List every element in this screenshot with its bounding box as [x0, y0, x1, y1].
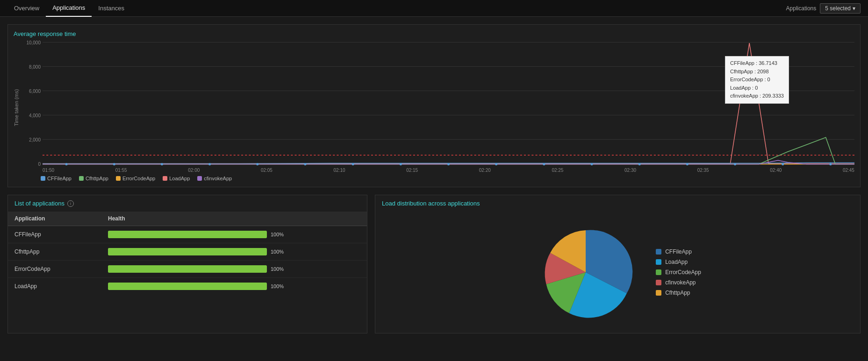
app-list-panel: List of applications i Application Healt…	[7, 195, 367, 333]
pie-legend-label-cfinvokeapp: cfinvokeApp	[665, 279, 696, 286]
app-list-header: List of applications i	[8, 195, 367, 212]
health-bar-bg	[108, 283, 267, 290]
pie-legend-item-errorcodeapp: ErrorCodeApp	[656, 269, 701, 276]
load-dist-panel: Load distribution across applications	[375, 195, 861, 333]
x-tick-0235: 02:35	[697, 168, 709, 173]
nav-right-label: Applications	[786, 5, 817, 12]
health-bar-container: 100%	[108, 283, 360, 290]
health-bar-bg	[108, 265, 267, 273]
x-tick-0200: 02:00	[188, 168, 200, 173]
x-tick-0220: 02:20	[479, 168, 491, 173]
pie-legend-dot-cfhttpapp	[656, 290, 661, 296]
health-bar-container: 100%	[108, 231, 360, 238]
x-tick-0150: 01:50	[43, 168, 54, 173]
pie-legend-item-cfinvokeapp: cfinvokeApp	[656, 279, 701, 286]
health-pct: 100%	[271, 232, 287, 237]
legend-dot-errorcodeapp	[116, 176, 121, 181]
pie-legend-item-cfhttpapp: CfhttpApp	[656, 290, 701, 296]
svg-point-3	[161, 163, 163, 165]
legend-item-cfinvokeapp: cfinvokeApp	[197, 176, 232, 181]
health-bar-fill	[108, 265, 267, 273]
pie-legend-dot-loadapp	[656, 259, 661, 265]
tooltip-line-4: LoadApp : 0	[730, 84, 784, 92]
legend-dot-cfinvokeapp	[197, 176, 202, 181]
info-icon: i	[67, 200, 74, 207]
health-pct: 100%	[271, 283, 287, 289]
table-row: ErrorCodeApp 100%	[8, 261, 367, 278]
pie-legend-dot-errorcodeapp	[656, 269, 661, 275]
app-name-cell: CfhttpApp	[8, 243, 101, 261]
y-tick-0: 0	[38, 162, 41, 167]
health-cell: 100%	[101, 226, 367, 243]
y-axis-label: Time taken (ms)	[14, 42, 22, 173]
svg-point-1	[65, 163, 68, 165]
table-row: CFFileApp 100%	[8, 226, 367, 243]
legend-dot-loadapp	[163, 176, 167, 181]
x-tick-0245: 02:45	[843, 168, 854, 173]
app-name-cell: CFFileApp	[8, 226, 101, 243]
load-dist-title: Load distribution across applications	[382, 200, 480, 207]
pie-chart-svg	[534, 221, 637, 324]
svg-point-5	[256, 163, 258, 165]
y-tick-6000: 6,000	[29, 89, 41, 94]
health-bar-container: 100%	[108, 248, 360, 255]
chart-tooltip: CFFileApp : 36.7143 CfhttpApp : 2098 Err…	[725, 56, 789, 104]
x-tick-0210: 02:10	[334, 168, 345, 173]
health-pct: 100%	[271, 266, 287, 272]
health-bar-bg	[108, 248, 267, 255]
nav-instances[interactable]: Instances	[92, 0, 131, 17]
selected-dropdown-button[interactable]: 5 selected ▾	[820, 3, 861, 14]
chart-area: Time taken (ms) 10,000 8,000 6,000 4,000…	[14, 42, 854, 173]
svg-point-9	[447, 163, 450, 165]
tooltip-line-3: ErrorCodeApp : 0	[730, 76, 784, 84]
legend-item-loadapp: LoadApp	[163, 176, 190, 181]
selected-count-label: 5 selected	[825, 5, 851, 12]
svg-point-8	[400, 163, 402, 165]
load-dist-header: Load distribution across applications	[375, 195, 860, 212]
pie-legend-label-loadapp: LoadApp	[665, 259, 688, 265]
table-header-row: Application Health	[8, 212, 367, 226]
legend-dot-cffileapp	[41, 176, 45, 181]
chevron-down-icon: ▾	[853, 5, 855, 12]
app-name-cell: LoadApp	[8, 278, 101, 295]
app-table: Application Health CFFileApp 100% Cfhttp…	[8, 212, 367, 295]
svg-point-16	[782, 163, 784, 165]
table-row: CfhttpApp 100%	[8, 243, 367, 261]
legend-label-errorcodeapp: ErrorCodeApp	[122, 176, 155, 181]
top-nav: Overview Applications Instances Applicat…	[0, 0, 868, 17]
legend-dot-cfhttpapp	[79, 176, 84, 181]
health-bar-fill	[108, 248, 267, 255]
pie-legend: CFFileApp LoadApp ErrorCodeApp cfinvokeA…	[656, 248, 701, 296]
health-bar-container: 100%	[108, 265, 360, 273]
legend-item-errorcodeapp: ErrorCodeApp	[116, 176, 155, 181]
svg-point-7	[352, 163, 354, 165]
legend-label-cfhttpapp: CfhttpApp	[86, 176, 108, 181]
chart-legend: CFFileApp CfhttpApp ErrorCodeApp LoadApp…	[14, 176, 854, 181]
health-cell: 100%	[101, 243, 367, 261]
nav-right-area: Applications 5 selected ▾	[786, 3, 861, 14]
tooltip-line-5: cfinvokeApp : 209.3333	[730, 92, 784, 100]
pie-legend-item-cffileapp: CFFileApp	[656, 248, 701, 255]
x-tick-0215: 02:15	[406, 168, 418, 173]
health-bar-bg	[108, 231, 267, 238]
x-tick-0155: 01:55	[115, 168, 127, 173]
pie-legend-label-errorcodeapp: ErrorCodeApp	[665, 269, 701, 276]
main-content: Average response time Time taken (ms) 10…	[0, 17, 868, 341]
chart-inner: 10,000 8,000 6,000 4,000 2,000 0	[24, 42, 854, 173]
app-list-title: List of applications	[14, 200, 65, 207]
svg-point-4	[208, 163, 211, 165]
legend-item-cffileapp: CFFileApp	[41, 176, 72, 181]
svg-point-6	[304, 163, 306, 165]
svg-point-15	[734, 163, 736, 165]
bottom-panels: List of applications i Application Healt…	[7, 195, 861, 333]
x-tick-0205: 02:05	[261, 168, 273, 173]
pie-legend-dot-cfinvokeapp	[656, 280, 661, 285]
svg-point-11	[543, 163, 545, 165]
legend-label-cffileapp: CFFileApp	[47, 176, 72, 181]
legend-label-loadapp: LoadApp	[169, 176, 190, 181]
chart-title: Average response time	[14, 30, 854, 37]
nav-applications[interactable]: Applications	[46, 0, 92, 17]
x-tick-0230: 02:30	[624, 168, 636, 173]
x-tick-0225: 02:25	[552, 168, 563, 173]
nav-overview[interactable]: Overview	[7, 0, 46, 17]
